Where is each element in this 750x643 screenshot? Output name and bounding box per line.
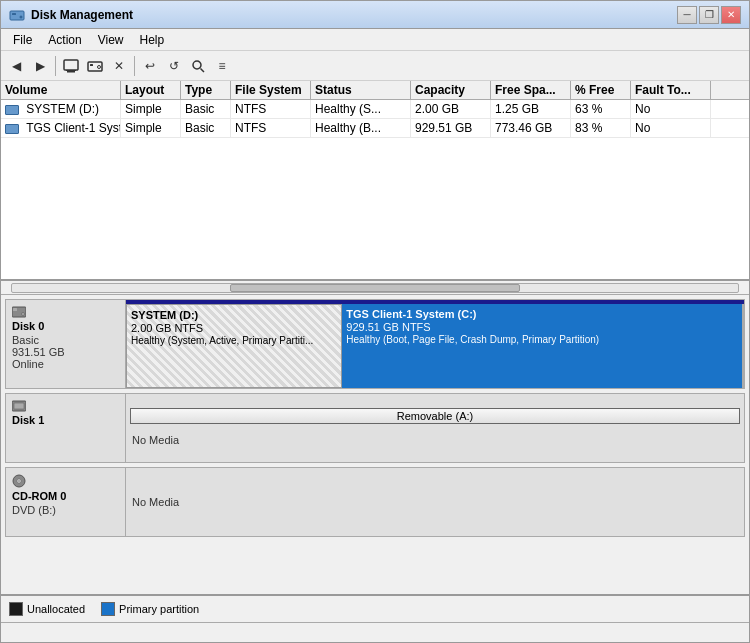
svg-rect-15 [14, 403, 24, 409]
disk-view: Disk 0 Basic 931.51 GB Online SYSTEM (D:… [1, 295, 749, 594]
disk-0-status: Online [12, 358, 119, 370]
legend-unalloc-label: Unallocated [27, 603, 85, 615]
disk-0-name: Disk 0 [12, 320, 119, 332]
cell-freespace-1: 773.46 GB [491, 119, 571, 137]
cell-type-0: Basic [181, 100, 231, 118]
partition-d-name: SYSTEM (D:) [131, 309, 337, 321]
partition-d-status: Healthy (System, Active, Primary Partiti… [131, 335, 337, 346]
menu-bar: File Action View Help [1, 29, 749, 51]
table-row[interactable]: SYSTEM (D:) Simple Basic NTFS Healthy (S… [1, 100, 749, 119]
list-view[interactable]: Volume Layout Type File System Status Ca… [1, 81, 749, 281]
toolbar-forward[interactable]: ▶ [29, 55, 51, 77]
toolbar-disk[interactable] [84, 55, 106, 77]
cell-status-0: Healthy (S... [311, 100, 411, 118]
toolbar-delete[interactable]: ✕ [108, 55, 130, 77]
partition-system-d[interactable]: SYSTEM (D:) 2.00 GB NTFS Healthy (System… [126, 304, 342, 388]
cdrom-content: No Media [126, 468, 744, 536]
disk-1-label: Disk 1 [6, 394, 126, 462]
col-header-status[interactable]: Status [311, 81, 411, 99]
svg-point-18 [18, 480, 20, 482]
col-header-fs[interactable]: File System [231, 81, 311, 99]
toolbar-properties[interactable]: ≡ [211, 55, 233, 77]
menu-file[interactable]: File [5, 31, 40, 49]
col-header-fault[interactable]: Fault To... [631, 81, 711, 99]
legend-primary-box [101, 602, 115, 616]
disk-0-size: 931.51 GB [12, 346, 119, 358]
table-row[interactable]: TGS Client-1 Syste... Simple Basic NTFS … [1, 119, 749, 138]
col-header-capacity[interactable]: Capacity [411, 81, 491, 99]
col-header-type[interactable]: Type [181, 81, 231, 99]
disk-0-type: Basic [12, 334, 119, 346]
toolbar-search[interactable] [187, 55, 209, 77]
partition-c[interactable]: TGS Client-1 System (C:) 929.51 GB NTFS … [342, 304, 744, 388]
menu-view[interactable]: View [90, 31, 132, 49]
removable-a-button[interactable]: Removable (A:) [130, 408, 740, 424]
toolbar-computer[interactable] [60, 55, 82, 77]
col-header-freespace[interactable]: Free Spa... [491, 81, 571, 99]
cell-fs-1: NTFS [231, 119, 311, 137]
menu-help[interactable]: Help [132, 31, 173, 49]
disk-1-content: Removable (A:) No Media [126, 394, 744, 462]
list-scrollbar[interactable] [1, 281, 749, 295]
svg-rect-12 [13, 308, 17, 311]
restore-button[interactable]: ❐ [699, 6, 719, 24]
toolbar-undo[interactable]: ↩ [139, 55, 161, 77]
disk-row-1: Disk 1 Removable (A:) No Media [5, 393, 745, 463]
partition-c-size: 929.51 GB NTFS [346, 321, 738, 333]
disk-1-name: Disk 1 [12, 414, 119, 426]
disk-icon-0 [5, 105, 19, 115]
svg-rect-1 [12, 13, 16, 15]
svg-point-13 [22, 313, 25, 316]
toolbar-back[interactable]: ◀ [5, 55, 27, 77]
cell-status-1: Healthy (B... [311, 119, 411, 137]
svg-point-9 [193, 61, 201, 69]
svg-rect-3 [64, 60, 78, 70]
cell-type-1: Basic [181, 119, 231, 137]
toolbar: ◀ ▶ ✕ ↩ ↺ ≡ [1, 51, 749, 81]
disk-management-window: Disk Management ─ ❐ ✕ File Action View H… [0, 0, 750, 643]
title-bar: Disk Management ─ ❐ ✕ [1, 1, 749, 29]
partition-c-status: Healthy (Boot, Page File, Crash Dump, Pr… [346, 334, 738, 345]
col-header-volume[interactable]: Volume [1, 81, 121, 99]
svg-rect-4 [67, 71, 75, 73]
legend-primary: Primary partition [101, 602, 199, 616]
disk-row-0: Disk 0 Basic 931.51 GB Online SYSTEM (D:… [5, 299, 745, 389]
toolbar-refresh[interactable]: ↺ [163, 55, 185, 77]
cell-capacity-0: 2.00 GB [411, 100, 491, 118]
disk-icon-1 [5, 124, 19, 134]
disk-1-nomedia: No Media [126, 428, 744, 452]
close-button[interactable]: ✕ [721, 6, 741, 24]
cell-freespace-0: 1.25 GB [491, 100, 571, 118]
cell-pctfree-0: 63 % [571, 100, 631, 118]
cell-capacity-1: 929.51 GB [411, 119, 491, 137]
col-header-pctfree[interactable]: % Free [571, 81, 631, 99]
minimize-button[interactable]: ─ [677, 6, 697, 24]
cell-volume-0: SYSTEM (D:) [1, 100, 121, 118]
svg-rect-0 [10, 11, 24, 20]
toolbar-sep-1 [55, 56, 56, 76]
cell-fault-0: No [631, 100, 711, 118]
scrollbar-thumb[interactable] [230, 284, 520, 292]
cell-layout-1: Simple [121, 119, 181, 137]
disk-row-cdrom: CD-ROM 0 DVD (B:) No Media [5, 467, 745, 537]
menu-action[interactable]: Action [40, 31, 89, 49]
cdrom-nomedia: No Media [126, 490, 744, 514]
legend-primary-label: Primary partition [119, 603, 199, 615]
disk-0-partitions: SYSTEM (D:) 2.00 GB NTFS Healthy (System… [126, 300, 744, 388]
list-header: Volume Layout Type File System Status Ca… [1, 81, 749, 100]
toolbar-sep-2 [134, 56, 135, 76]
partition-d-size: 2.00 GB NTFS [131, 322, 337, 334]
col-header-layout[interactable]: Layout [121, 81, 181, 99]
cdrom-label: CD-ROM 0 DVD (B:) [6, 468, 126, 536]
svg-point-2 [20, 15, 23, 18]
cell-pctfree-1: 83 % [571, 119, 631, 137]
legend: Unallocated Primary partition [1, 594, 749, 622]
legend-unalloc-box [9, 602, 23, 616]
partition-c-name: TGS Client-1 System (C:) [346, 308, 738, 320]
cell-layout-0: Simple [121, 100, 181, 118]
window-title: Disk Management [31, 8, 133, 22]
svg-rect-7 [90, 64, 93, 66]
scrollbar-track[interactable] [11, 283, 739, 293]
computer-icon [63, 58, 79, 74]
search-icon [191, 59, 205, 73]
